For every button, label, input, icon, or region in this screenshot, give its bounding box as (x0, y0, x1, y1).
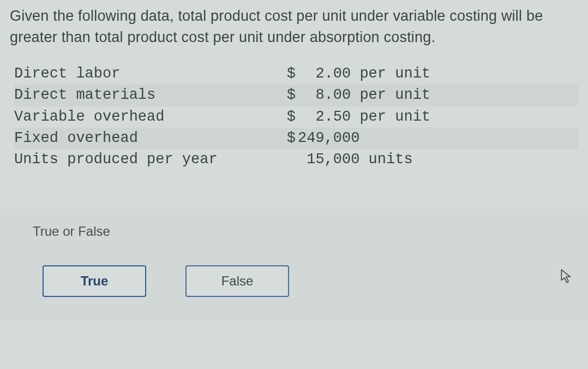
data-table: Direct labor $ 2.00 per unit Direct mate… (14, 63, 578, 170)
row-label: Variable overhead (14, 106, 276, 128)
row-label: Direct materials (14, 85, 276, 106)
table-row: Variable overhead $ 2.50 per unit (14, 106, 578, 128)
table-row: Direct materials $ 8.00 per unit (14, 85, 578, 106)
prompt-label: True or False (33, 224, 567, 239)
row-currency: $ (276, 106, 298, 128)
row-currency: $ (276, 128, 298, 149)
row-value: 8.00 per unit (298, 85, 430, 106)
table-row: Direct labor $ 2.00 per unit (14, 63, 578, 85)
row-value: 2.00 per unit (298, 63, 430, 85)
row-label: Units produced per year (14, 149, 276, 170)
table-row: Units produced per year 15,000 units (14, 149, 578, 170)
row-currency (276, 149, 298, 170)
row-label: Direct labor (14, 63, 276, 85)
row-value: 249,000 (298, 128, 359, 149)
question-text: Given the following data, total product … (10, 5, 578, 48)
table-row: Fixed overhead $ 249,000 (14, 128, 578, 149)
false-button[interactable]: False (185, 265, 289, 297)
row-currency: $ (276, 85, 298, 106)
row-currency: $ (276, 63, 298, 85)
button-row: True False (43, 265, 567, 297)
true-button[interactable]: True (43, 265, 146, 297)
row-value: 2.50 per unit (298, 106, 430, 128)
row-value: 15,000 units (298, 149, 413, 170)
row-label: Fixed overhead (14, 128, 276, 149)
answer-block: True or False True False (0, 209, 588, 321)
